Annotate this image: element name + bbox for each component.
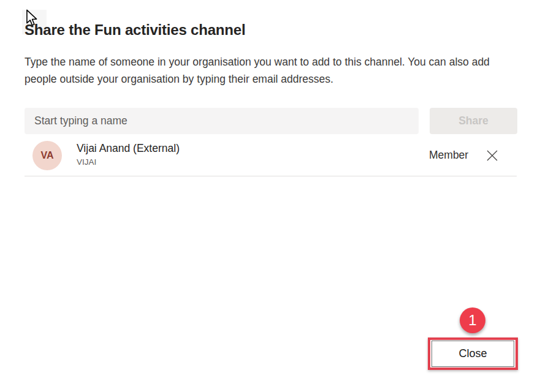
avatar: VA <box>32 141 62 170</box>
member-role-label: Member <box>429 149 468 162</box>
step-badge: 1 <box>460 307 485 333</box>
dialog-description: Type the name of someone in your organis… <box>25 53 519 88</box>
avatar-initials: VA <box>40 150 53 161</box>
dialog-title: Share the Fun activities channel <box>25 21 454 39</box>
name-search-input[interactable] <box>25 108 419 134</box>
remove-member-button[interactable] <box>484 148 500 164</box>
member-row: VA Vijai Anand (External) VIJAI Member <box>25 138 517 173</box>
member-name: Vijai Anand (External) <box>77 142 180 155</box>
close-button[interactable]: Close <box>432 341 514 367</box>
divider <box>25 176 517 176</box>
close-icon <box>485 149 499 162</box>
share-button[interactable]: Share <box>430 108 517 134</box>
member-subtitle: VIJAI <box>77 157 96 167</box>
